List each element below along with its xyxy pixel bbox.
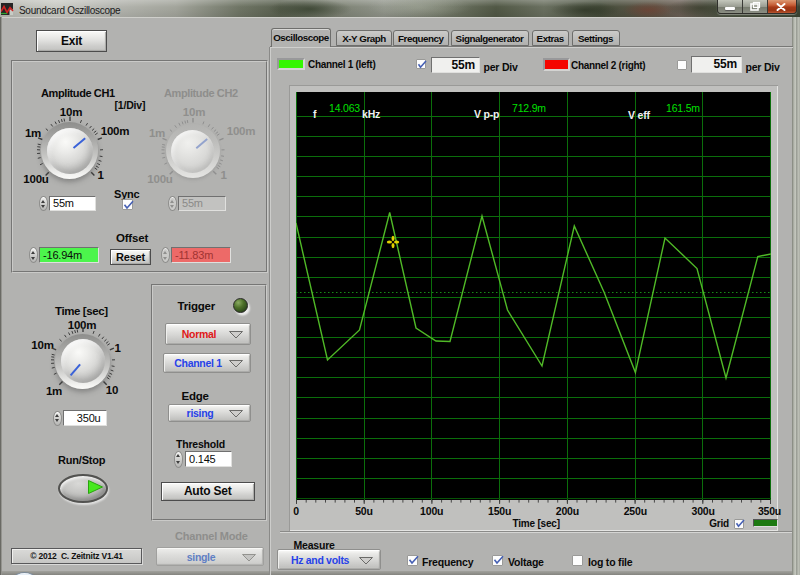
svg-text:14.063: 14.063 — [329, 102, 360, 114]
svg-text:kHz: kHz — [362, 108, 380, 120]
svg-text:712.9m: 712.9m — [512, 102, 546, 114]
svg-text:V p-p: V p-p — [474, 108, 499, 120]
svg-text:161.5m: 161.5m — [666, 102, 700, 114]
svg-text:V eff: V eff — [628, 109, 650, 121]
